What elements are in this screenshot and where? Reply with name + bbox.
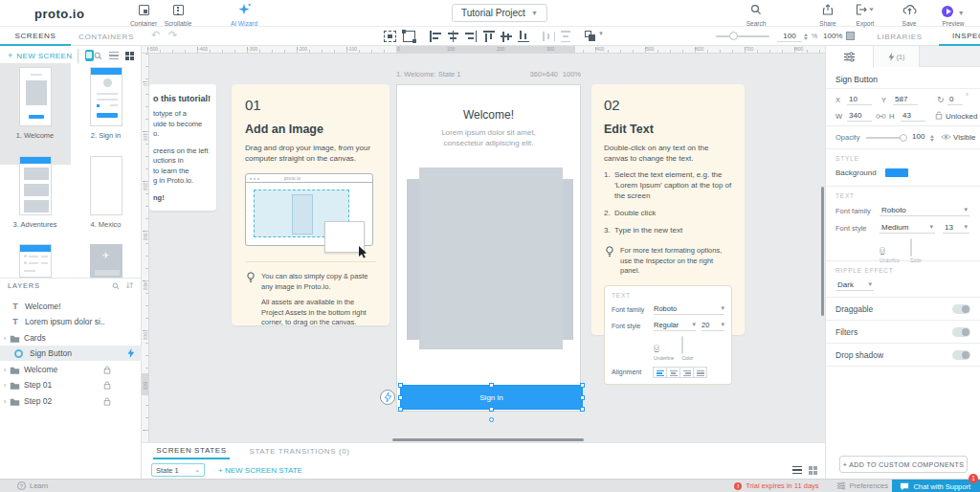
device-screen[interactable]: Welcome! Lorem ipsum dolor sit amet, con… [396, 84, 581, 412]
chevron-right-icon[interactable]: › [0, 366, 10, 374]
selection-handle[interactable] [398, 383, 403, 388]
layer-row-sign-button[interactable]: Sign Button [0, 346, 142, 361]
search-layers-icon[interactable] [112, 282, 120, 290]
screen-state-label[interactable]: 1. Welcome: State 1 [396, 70, 460, 78]
lock-icon[interactable] [103, 381, 111, 390]
font-family-select[interactable]: Roboto ▾ [654, 304, 724, 315]
y-input[interactable]: 587 [893, 95, 918, 105]
filters-toggle[interactable] [952, 327, 970, 337]
search-screens-icon[interactable] [94, 52, 102, 60]
selection-handle[interactable] [580, 395, 585, 400]
canvas-horizontal-scrollbar[interactable] [392, 438, 584, 441]
tab-screen-states[interactable]: SCREEN STATES [153, 443, 230, 459]
save-button[interactable]: Save [888, 2, 930, 27]
align-left-icon[interactable] [430, 31, 442, 42]
align-justify-button[interactable] [693, 367, 707, 378]
lock-icon[interactable] [103, 366, 111, 374]
tab-screens[interactable]: SCREENS [0, 27, 71, 46]
opacity-slider[interactable] [866, 137, 904, 139]
align-top-icon[interactable] [483, 31, 496, 42]
proto-io-logo[interactable]: proto.io [34, 7, 84, 21]
align-center-horizontal-icon[interactable] [447, 31, 459, 42]
drop-shadow-toggle[interactable] [952, 350, 970, 360]
underline-button[interactable]: U [654, 345, 659, 352]
layer-row-welcome-text[interactable]: T Welcome! [0, 299, 142, 314]
sort-layers-icon[interactable] [125, 281, 134, 290]
align-right-icon[interactable] [464, 31, 477, 42]
x-input[interactable]: 10 [847, 95, 872, 105]
layer-row-welcome-group[interactable]: › Welcome [0, 362, 142, 377]
color-swatch-button[interactable] [681, 336, 683, 354]
chevron-right-icon[interactable]: › [0, 381, 10, 390]
redo-icon[interactable]: ↷ [168, 29, 177, 41]
lock-state-label[interactable]: Unlocked [946, 112, 977, 121]
eye-icon[interactable] [941, 133, 951, 141]
transform-tool-icon[interactable] [403, 31, 415, 42]
screen-title-text[interactable]: Welcome! [397, 108, 580, 122]
align-center-button[interactable] [666, 367, 680, 378]
zoom-slider-knob[interactable] [729, 32, 738, 40]
screen-thumb-mexico[interactable]: 4. Mexico [71, 156, 141, 229]
screen-thumb-welcome[interactable]: 1. Welcome [0, 67, 70, 140]
undo-icon[interactable]: ↶ [151, 29, 160, 41]
scrollable-tool-button[interactable]: Scrollable [157, 2, 199, 27]
w-input[interactable]: 340 [847, 111, 872, 122]
selection-handle[interactable] [398, 407, 403, 412]
tab-containers[interactable]: CONTAINERS [71, 27, 142, 46]
ripple-select[interactable]: Dark▾ [835, 280, 874, 291]
grid-view-icon[interactable] [125, 52, 134, 60]
chat-with-support-button[interactable]: Chat with Support 1 [892, 480, 980, 492]
font-style-select[interactable]: Regular ▾ [654, 321, 696, 331]
screen-thumb-adventures[interactable]: 3. Adventures [0, 156, 70, 229]
zoom-slider[interactable] [716, 35, 769, 37]
selection-handle[interactable] [489, 383, 494, 388]
canvas-vertical-scrollbar[interactable] [821, 187, 824, 316]
screen-type-icon[interactable] [85, 50, 94, 61]
layer-row-lorem[interactable]: T Lorem ipsum dolor si.. [0, 314, 142, 329]
element-name-field[interactable]: Sign Button [835, 75, 878, 84]
layer-row-cards[interactable]: › Cards [0, 330, 142, 346]
chevron-right-icon[interactable]: › [0, 397, 10, 406]
font-family-select[interactable]: Roboto▾ [880, 206, 969, 216]
list-view-icon[interactable] [109, 52, 119, 59]
chevron-right-icon[interactable]: › [0, 334, 10, 343]
states-list-view-icon[interactable] [792, 466, 802, 474]
link-dimensions-icon[interactable] [876, 112, 886, 121]
tab-inspector[interactable]: INSPECTOR [939, 27, 980, 46]
align-bottom-icon[interactable] [518, 31, 530, 42]
screen-thumb-partial-2[interactable]: ✈ [71, 244, 141, 278]
layer-row-step01[interactable]: › Step 01 [0, 377, 142, 392]
align-right-button[interactable] [679, 367, 694, 378]
draggable-toggle[interactable] [952, 304, 970, 314]
group-icon[interactable]: ▼ [585, 31, 604, 42]
project-selector[interactable]: Tutorial Project ▼ [452, 4, 547, 22]
screen-thumb-signin[interactable]: 2. Sign in [71, 67, 141, 140]
opacity-input[interactable]: 100 [910, 132, 927, 142]
visible-label[interactable]: Visible [953, 133, 975, 142]
states-grid-view-icon[interactable] [809, 466, 817, 475]
screen-thumb-partial-1[interactable] [0, 244, 70, 278]
add-to-custom-components-button[interactable]: + ADD TO CUSTOM COMPONENTS [839, 456, 968, 473]
subtab-interactions[interactable]: (1) [874, 46, 920, 67]
selection-handle[interactable] [398, 395, 403, 400]
lock-icon[interactable] [103, 397, 111, 406]
layer-row-step02[interactable]: › Step 02 [0, 393, 142, 409]
opacity-slider-knob[interactable] [900, 134, 907, 142]
font-style-select[interactable]: Medium▾ [880, 223, 935, 234]
image-placeholder-front[interactable] [419, 168, 563, 349]
select-tool-icon[interactable] [384, 31, 396, 42]
preview-button[interactable]: ▼ Preview [930, 2, 976, 27]
rotation-input[interactable]: 0 [947, 95, 963, 105]
ai-wizard-button[interactable]: AI Wizard [223, 2, 265, 27]
selection-handle[interactable] [580, 407, 585, 412]
trial-notice[interactable]: ! Trial expires in 11 days [734, 481, 818, 490]
selection-rotate-handle[interactable] [489, 417, 494, 422]
zoom-stepper[interactable] [802, 31, 809, 42]
new-screen-button[interactable]: NEW SCREEN [16, 52, 72, 60]
subtab-properties[interactable] [826, 46, 874, 68]
preferences-button[interactable]: Preferences [836, 481, 888, 490]
new-screen-state-button[interactable]: + NEW SCREEN STATE [218, 466, 302, 475]
zoom-input[interactable]: 100 [777, 30, 802, 42]
unlock-icon[interactable] [935, 111, 943, 120]
text-color-swatch[interactable] [910, 238, 912, 257]
